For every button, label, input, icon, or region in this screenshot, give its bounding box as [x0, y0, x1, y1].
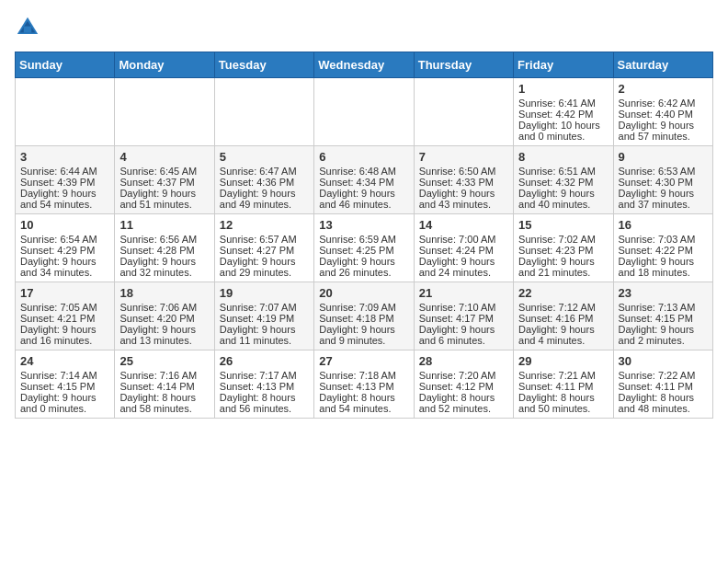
- day-info: Sunset: 4:32 PM: [518, 177, 608, 188]
- column-header-saturday: Saturday: [613, 52, 712, 78]
- day-info: Sunrise: 6:45 AM: [119, 166, 209, 177]
- page-header: [15, 15, 713, 40]
- day-number: 25: [119, 354, 209, 368]
- day-number: 26: [220, 354, 309, 368]
- day-info: Sunrise: 7:22 AM: [619, 370, 708, 381]
- day-info: Sunset: 4:18 PM: [319, 313, 408, 324]
- svg-rect-2: [24, 27, 31, 33]
- day-info: Sunrise: 6:51 AM: [518, 166, 608, 177]
- day-info: Sunrise: 6:56 AM: [119, 234, 209, 245]
- logo-icon: [15, 15, 40, 40]
- day-info: Daylight: 9 hours: [119, 188, 209, 199]
- day-info: Daylight: 9 hours: [619, 120, 708, 131]
- day-info: Sunset: 4:12 PM: [419, 381, 508, 392]
- day-number: 11: [119, 218, 209, 232]
- calendar-cell: 29Sunrise: 7:21 AMSunset: 4:11 PMDayligh…: [514, 350, 613, 419]
- calendar-cell: 11Sunrise: 6:56 AMSunset: 4:28 PMDayligh…: [115, 214, 214, 282]
- day-info: Daylight: 9 hours: [619, 324, 708, 335]
- day-number: 29: [518, 354, 608, 368]
- day-info: Sunset: 4:17 PM: [419, 313, 508, 324]
- day-info: and 11 minutes.: [220, 335, 309, 346]
- calendar-cell: 27Sunrise: 7:18 AMSunset: 4:13 PMDayligh…: [314, 350, 414, 419]
- day-info: Daylight: 9 hours: [220, 256, 309, 267]
- day-info: and 37 minutes.: [619, 199, 708, 210]
- calendar-cell: 23Sunrise: 7:13 AMSunset: 4:15 PMDayligh…: [613, 282, 712, 350]
- day-info: Daylight: 9 hours: [319, 188, 408, 199]
- day-info: Sunrise: 7:21 AM: [518, 370, 608, 381]
- day-info: and 26 minutes.: [319, 267, 408, 278]
- day-info: and 54 minutes.: [20, 199, 109, 210]
- day-number: 20: [319, 286, 408, 300]
- day-info: Sunrise: 7:14 AM: [20, 370, 109, 381]
- day-info: Daylight: 9 hours: [20, 188, 109, 199]
- day-info: and 0 minutes.: [20, 403, 109, 414]
- day-info: Daylight: 9 hours: [119, 256, 209, 267]
- day-info: and 49 minutes.: [220, 199, 309, 210]
- day-info: Sunrise: 7:17 AM: [220, 370, 309, 381]
- day-number: 9: [619, 150, 708, 164]
- calendar-cell: 1Sunrise: 6:41 AMSunset: 4:42 PMDaylight…: [514, 78, 613, 146]
- day-info: Sunrise: 7:02 AM: [518, 234, 608, 245]
- day-info: and 51 minutes.: [119, 199, 209, 210]
- day-number: 24: [20, 354, 109, 368]
- day-info: Sunrise: 6:53 AM: [619, 166, 708, 177]
- day-info: Daylight: 10 hours: [518, 120, 608, 131]
- day-info: and 4 minutes.: [518, 335, 608, 346]
- calendar-header-row: SundayMondayTuesdayWednesdayThursdayFrid…: [16, 52, 713, 78]
- day-info: and 32 minutes.: [119, 267, 209, 278]
- day-info: Sunrise: 7:05 AM: [20, 302, 109, 313]
- day-info: Sunset: 4:24 PM: [419, 245, 508, 256]
- day-info: Sunset: 4:21 PM: [20, 313, 109, 324]
- day-info: Sunrise: 7:13 AM: [619, 302, 708, 313]
- day-info: Daylight: 9 hours: [619, 188, 708, 199]
- day-number: 16: [619, 218, 708, 232]
- day-info: Sunset: 4:30 PM: [619, 177, 708, 188]
- calendar-cell: 16Sunrise: 7:03 AMSunset: 4:22 PMDayligh…: [613, 214, 712, 282]
- calendar-week-1: 1Sunrise: 6:41 AMSunset: 4:42 PMDaylight…: [16, 78, 713, 146]
- calendar-week-3: 10Sunrise: 6:54 AMSunset: 4:29 PMDayligh…: [16, 214, 713, 282]
- day-info: Sunrise: 7:06 AM: [119, 302, 209, 313]
- day-info: Sunset: 4:40 PM: [619, 109, 708, 120]
- calendar-cell: 17Sunrise: 7:05 AMSunset: 4:21 PMDayligh…: [16, 282, 115, 350]
- day-info: Daylight: 8 hours: [220, 392, 309, 403]
- day-number: 18: [119, 286, 209, 300]
- calendar-week-5: 24Sunrise: 7:14 AMSunset: 4:15 PMDayligh…: [16, 350, 713, 419]
- day-info: Sunset: 4:16 PM: [518, 313, 608, 324]
- day-info: Sunrise: 7:16 AM: [119, 370, 209, 381]
- calendar-cell: 8Sunrise: 6:51 AMSunset: 4:32 PMDaylight…: [514, 146, 613, 214]
- calendar-cell: 7Sunrise: 6:50 AMSunset: 4:33 PMDaylight…: [414, 146, 513, 214]
- day-info: Daylight: 9 hours: [619, 256, 708, 267]
- calendar-cell: 10Sunrise: 6:54 AMSunset: 4:29 PMDayligh…: [16, 214, 115, 282]
- day-info: Sunrise: 6:41 AM: [518, 98, 608, 109]
- day-info: Sunrise: 6:50 AM: [419, 166, 508, 177]
- day-info: Sunrise: 7:12 AM: [518, 302, 608, 313]
- day-info: Sunrise: 7:07 AM: [220, 302, 309, 313]
- day-info: Daylight: 8 hours: [319, 392, 408, 403]
- day-info: Daylight: 9 hours: [20, 256, 109, 267]
- column-header-sunday: Sunday: [16, 52, 115, 78]
- day-info: Sunrise: 6:59 AM: [319, 234, 408, 245]
- calendar-cell: 21Sunrise: 7:10 AMSunset: 4:17 PMDayligh…: [414, 282, 513, 350]
- day-info: and 18 minutes.: [619, 267, 708, 278]
- column-header-friday: Friday: [514, 52, 613, 78]
- day-info: and 46 minutes.: [319, 199, 408, 210]
- day-info: Sunset: 4:37 PM: [119, 177, 209, 188]
- day-info: Sunset: 4:22 PM: [619, 245, 708, 256]
- day-info: Sunset: 4:23 PM: [518, 245, 608, 256]
- day-info: Sunset: 4:28 PM: [119, 245, 209, 256]
- day-number: 2: [619, 82, 708, 96]
- day-info: and 21 minutes.: [518, 267, 608, 278]
- calendar-cell: 18Sunrise: 7:06 AMSunset: 4:20 PMDayligh…: [115, 282, 214, 350]
- day-info: and 34 minutes.: [20, 267, 109, 278]
- day-number: 27: [319, 354, 408, 368]
- calendar-cell: 12Sunrise: 6:57 AMSunset: 4:27 PMDayligh…: [214, 214, 313, 282]
- day-number: 8: [518, 150, 608, 164]
- day-info: and 57 minutes.: [619, 131, 708, 142]
- day-info: Daylight: 8 hours: [619, 392, 708, 403]
- day-info: Sunset: 4:14 PM: [119, 381, 209, 392]
- day-info: and 2 minutes.: [619, 335, 708, 346]
- calendar-cell: 5Sunrise: 6:47 AMSunset: 4:36 PMDaylight…: [214, 146, 313, 214]
- day-number: 23: [619, 286, 708, 300]
- day-number: 1: [518, 82, 608, 96]
- calendar-cell: 15Sunrise: 7:02 AMSunset: 4:23 PMDayligh…: [514, 214, 613, 282]
